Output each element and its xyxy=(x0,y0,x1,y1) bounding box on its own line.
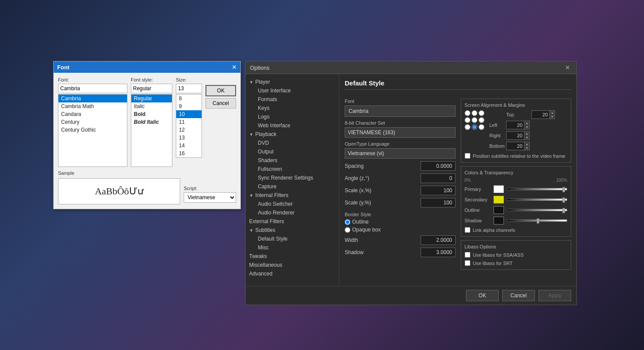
border-outline-label[interactable]: Outline xyxy=(345,219,456,225)
align-tc[interactable] xyxy=(472,110,477,116)
bottom-margin-input[interactable] xyxy=(507,143,524,150)
tree-player[interactable]: ▼ Player xyxy=(246,78,339,86)
font-cancel-button[interactable]: Cancel xyxy=(206,98,236,109)
secondary-swatch[interactable] xyxy=(493,196,504,204)
secondary-slider[interactable] xyxy=(507,198,568,201)
tree-subtitles[interactable]: ▼ Subtitles xyxy=(246,226,339,234)
font-style-regular[interactable]: Regular xyxy=(131,95,172,102)
font-size-input[interactable]: 13 xyxy=(176,84,202,93)
tree-external-filters[interactable]: External Filters xyxy=(246,217,339,226)
font-size-10[interactable]: 10 xyxy=(176,110,202,118)
align-mc[interactable] xyxy=(472,117,477,123)
tree-fullscreen[interactable]: Fullscreen xyxy=(246,165,339,173)
right-margin-input[interactable] xyxy=(507,132,524,139)
font-item-candara[interactable]: Candara xyxy=(58,110,127,118)
tree-audio-renderer[interactable]: Audio Renderer xyxy=(246,208,339,217)
font-script-select[interactable]: Vietnamese xyxy=(184,192,236,203)
tree-internal-filters[interactable]: ▼ Internal Filters xyxy=(246,191,339,200)
font-select-button[interactable]: Cambria xyxy=(345,105,456,117)
tree-audio-switcher[interactable]: Audio Switcher xyxy=(246,200,339,208)
angle-input[interactable]: 0 xyxy=(421,173,456,183)
tree-web-interface[interactable]: Web Interface xyxy=(246,121,339,130)
tree-user-interface[interactable]: User Interface xyxy=(246,86,339,95)
tree-capture[interactable]: Capture xyxy=(246,182,339,191)
font-ok-button[interactable]: OK xyxy=(206,85,236,96)
tree-tweaks[interactable]: Tweaks xyxy=(246,252,339,261)
font-size-14[interactable]: 14 xyxy=(176,142,202,150)
top-spin-down[interactable]: ▼ xyxy=(550,115,555,119)
bottom-spin-down[interactable]: ▼ xyxy=(524,146,529,150)
options-apply-button[interactable]: Apply xyxy=(538,290,571,301)
tree-logo[interactable]: Logo xyxy=(246,112,339,121)
font-item-cambria-math[interactable]: Cambria Math xyxy=(58,102,127,110)
font-size-11[interactable]: 11 xyxy=(176,118,202,126)
opentype-select[interactable]: Vietnamese (vi) xyxy=(345,148,456,159)
position-checkbox[interactable] xyxy=(465,153,470,159)
font-size-13[interactable]: 13 xyxy=(176,134,202,142)
scale-y-input[interactable]: 100 xyxy=(421,198,456,207)
tree-shaders[interactable]: Shaders xyxy=(246,156,339,165)
ssa-label: Use libass for SSA/ASS xyxy=(473,252,524,258)
top-spin-up[interactable]: ▲ xyxy=(550,111,555,115)
tree-miscellaneous[interactable]: Miscellaneous xyxy=(246,261,339,269)
left-spin-down[interactable]: ▼ xyxy=(524,125,529,129)
font-size-16[interactable]: 16 xyxy=(176,150,202,157)
srt-checkbox[interactable] xyxy=(465,260,470,266)
border-opaque-label[interactable]: Opaque box xyxy=(345,227,456,233)
tree-keys[interactable]: Keys xyxy=(246,104,339,112)
shadow-val-input[interactable]: 3.0000 xyxy=(421,248,456,257)
tree-misc[interactable]: Misc xyxy=(246,243,339,252)
align-tl[interactable] xyxy=(465,110,470,116)
tree-sync-renderer[interactable]: Sync Renderer Settings xyxy=(246,173,339,182)
options-close-button[interactable]: ✕ xyxy=(563,64,572,71)
font-style-input[interactable]: Regular xyxy=(131,84,172,93)
align-ml[interactable] xyxy=(465,117,470,123)
top-margin-input[interactable] xyxy=(532,111,549,118)
tree-advanced[interactable]: Advanced xyxy=(246,269,339,278)
tree-output[interactable]: Output xyxy=(246,147,339,156)
border-outline-radio[interactable] xyxy=(345,219,350,225)
shadow-color-slider[interactable] xyxy=(507,219,568,222)
tree-playback[interactable]: ▼ Playback xyxy=(246,130,339,139)
right-spin-down[interactable]: ▼ xyxy=(524,136,529,139)
font-item-century-gothic[interactable]: Century Gothic xyxy=(58,126,127,134)
position-checkbox-row: Position subtitles relative to the video… xyxy=(465,153,568,159)
align-mr[interactable] xyxy=(479,117,484,123)
charset-select[interactable]: VIETNAMESE (163) xyxy=(345,127,456,138)
tree-default-style[interactable]: Default Style xyxy=(246,234,339,243)
options-cancel-button[interactable]: Cancel xyxy=(502,290,535,301)
primary-swatch[interactable] xyxy=(493,185,504,193)
font-item-cambria[interactable]: Cambria xyxy=(58,95,127,102)
scale-x-input[interactable]: 100 xyxy=(421,186,456,195)
font-name-input[interactable]: Cambria xyxy=(58,84,127,93)
bottom-margin-group: ▲ ▼ xyxy=(506,142,530,150)
options-ok-button[interactable]: OK xyxy=(466,290,499,301)
font-style-bold-italic[interactable]: Bold Italic xyxy=(131,118,172,126)
shadow-swatch[interactable] xyxy=(493,217,504,224)
tree-formats[interactable]: Formats xyxy=(246,95,339,104)
font-size-9[interactable]: 9 xyxy=(176,102,202,110)
font-size-8[interactable]: 8 xyxy=(176,95,202,102)
font-item-century[interactable]: Century xyxy=(58,118,127,126)
align-br[interactable] xyxy=(479,124,484,130)
align-tr[interactable] xyxy=(479,110,484,116)
border-opaque-radio[interactable] xyxy=(345,227,350,233)
right-spin-up[interactable]: ▲ xyxy=(524,132,529,136)
primary-slider[interactable] xyxy=(507,188,568,190)
bottom-spin-up[interactable]: ▲ xyxy=(524,142,529,146)
link-alpha-checkbox[interactable] xyxy=(465,227,470,233)
font-close-button[interactable]: ✕ xyxy=(232,64,237,71)
left-margin-input[interactable] xyxy=(507,122,524,129)
align-bc[interactable] xyxy=(472,124,477,130)
align-bl[interactable] xyxy=(465,124,470,130)
left-spin-up[interactable]: ▲ xyxy=(524,121,529,125)
font-size-12[interactable]: 12 xyxy=(176,126,202,134)
ssa-checkbox[interactable] xyxy=(465,252,470,258)
spacing-input[interactable]: 0.0000 xyxy=(421,161,456,171)
font-style-italic[interactable]: Italic xyxy=(131,102,172,110)
tree-dvd[interactable]: DVD xyxy=(246,139,339,147)
font-style-bold[interactable]: Bold xyxy=(131,110,172,118)
outline-swatch[interactable] xyxy=(493,206,504,214)
outline-slider[interactable] xyxy=(507,209,568,211)
width-input[interactable]: 2.0000 xyxy=(421,235,456,245)
